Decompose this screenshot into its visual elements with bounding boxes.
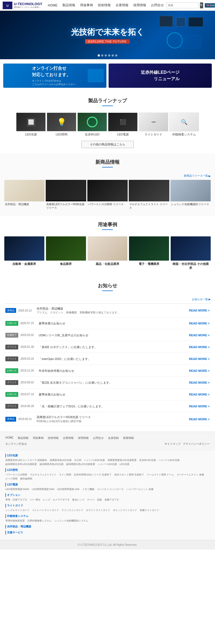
footer-nav-member[interactable]: 会員登録	[108, 436, 119, 440]
footer-link-1-6[interactable]: コーナードムライン 各種	[177, 473, 204, 477]
footer-link-4-0[interactable]: シングルライトガイド	[5, 509, 30, 512]
case-item-resin[interactable]: 樹脂・光化学部品 その他業界	[171, 236, 211, 272]
all-releases-link[interactable]: 新商品リリース一覧 ▶	[184, 174, 211, 178]
search-button[interactable]: 🔍	[200, 2, 203, 8]
footer-nav-products[interactable]: 製品情報	[18, 436, 28, 440]
footer-link-0-0[interactable]: 高輝度赤外LEDコントローラ 発熱検知	[5, 458, 47, 462]
footer-link-1-7[interactable]: ピーク照明	[5, 477, 17, 481]
footer-link-1-0[interactable]: パワーストロボ照明	[5, 473, 27, 477]
footer-link-2-1[interactable]: LED照明用電源 50W	[32, 488, 55, 491]
footer-link-4-2[interactable]: ラインライトガイド	[62, 509, 83, 512]
read-more-3[interactable]: READ MORE >	[189, 345, 210, 349]
read-more-1[interactable]: READ MORE >	[189, 322, 210, 325]
hero-dot-3[interactable]	[105, 54, 107, 57]
product-item-led-source[interactable]: 🔲 LED光源	[16, 113, 46, 138]
footer-link-1-2[interactable]: ライン照明	[59, 473, 71, 477]
footer-link-3-6[interactable]: 各種アダプタ	[105, 498, 119, 502]
hero-dot-6[interactable]	[115, 54, 117, 57]
product-item-led-illum[interactable]: 💡 LED照明	[47, 113, 76, 138]
footer-link-0-3[interactable]: ハイパーLEDK光源	[84, 458, 105, 462]
footer-nav-recruit[interactable]: 採用情報	[78, 436, 89, 440]
hero-dot-4[interactable]	[108, 54, 110, 57]
footer-link-0-9[interactable]: 超高輝度白色LED光源装置	[66, 463, 95, 466]
read-more-8[interactable]: READ MORE >	[189, 405, 210, 408]
nav-products[interactable]: 製品情報	[60, 3, 77, 8]
footer-link-4-3[interactable]: ホワイトライトガイド	[86, 509, 110, 512]
footer-link-4-5[interactable]: 各種ライトガイド	[140, 509, 159, 512]
new-item-2[interactable]: パワーストロボ照明 リリース	[87, 180, 128, 211]
nav-company[interactable]: 企業情報	[113, 3, 131, 8]
product-item-led-ctrl[interactable]: ⬛ LED電源	[108, 113, 138, 138]
product-item-light-guide[interactable]: 〰️ ライトガイド	[139, 113, 168, 138]
read-more-7[interactable]: READ MORE >	[189, 393, 210, 396]
new-item-0[interactable]: 光学部品・周辺機器	[4, 180, 45, 211]
footer-link-3-4[interactable]: テーパ	[87, 498, 94, 502]
footer-link-0-5[interactable]: 近赤外LED光源	[139, 458, 156, 462]
read-more-0[interactable]: READ MORE >	[189, 309, 210, 312]
banner-ir-led[interactable]: 近赤外線LEDページリニューアル	[109, 64, 212, 88]
read-more-6[interactable]: READ MORE >	[189, 381, 210, 384]
footer-link-2-4[interactable]: コンパクトコントローラ	[97, 488, 124, 491]
footer-link-5-0[interactable]: 専用外観検査装置	[5, 519, 25, 523]
footer-online-meeting[interactable]: オンライン打合せ	[5, 442, 27, 446]
footer-link-1-8[interactable]: 紫外線照明	[20, 477, 32, 481]
english-button[interactable]: 🇬🇧 ENGLISH	[205, 3, 215, 8]
footer-link-0-2[interactable]: 大口径	[74, 458, 81, 462]
footer-link-2-5[interactable]: ハイパワーユニット 各種	[126, 488, 154, 491]
footer-link-5-2[interactable]: シュリンク包装機識別システム	[54, 519, 88, 523]
new-item-3[interactable]: マルチエフェクトライト リリース	[129, 180, 169, 211]
case-item-pharma[interactable]: 薬品・化粧品業界	[88, 236, 128, 272]
footer-nav-cases[interactable]: 用途事例	[33, 436, 44, 440]
hero-dot-1[interactable]	[98, 54, 100, 57]
footer-link-2-2[interactable]: LED照明用電源 10W	[57, 488, 80, 491]
hero-dot-2[interactable]	[101, 54, 103, 57]
read-more-5[interactable]: READ MORE >	[189, 369, 210, 372]
footer-link-3-0[interactable]: 専用・汎用アダプタ	[5, 498, 27, 502]
search-input[interactable]	[166, 2, 198, 8]
footer-privacy[interactable]: プライバシーポリシー	[183, 442, 210, 446]
read-more-9[interactable]: READ MORE >	[189, 418, 210, 421]
logo[interactable]: U U-TECHNOLOGY 最先端テクノロジーをお客様へ	[3, 2, 46, 9]
footer-link-0-11[interactable]: LED光源	[120, 463, 129, 466]
case-item-food[interactable]: 食品業界	[46, 236, 86, 272]
case-item-auto[interactable]: 自動車・金属業界	[4, 236, 44, 272]
footer-link-2-0[interactable]: LED照明用電源 500W	[5, 488, 29, 491]
nav-cases[interactable]: 用途事例	[78, 3, 95, 8]
footer-link-4-4[interactable]: ポイントライトガイド	[113, 509, 137, 512]
footer-nav-news[interactable]: 新着情報	[123, 436, 134, 440]
footer-link-4-1[interactable]: ストレートライトガイド	[32, 509, 59, 512]
read-more-4[interactable]: READ MORE >	[189, 357, 210, 360]
footer-link-3-5[interactable]: 拡散	[97, 498, 102, 502]
nav-contact[interactable]: お問合せ	[149, 3, 166, 8]
footer-link-0-1[interactable]: 高輝度赤色LED光源	[50, 458, 71, 462]
nav-home[interactable]: HOME	[46, 4, 60, 7]
more-products-button[interactable]: その他の商品情報はこちら	[81, 141, 134, 148]
footer-link-1-5[interactable]: ドームライト照明 ドーム	[147, 473, 174, 477]
footer-link-3-3[interactable]: 集光レンズ	[72, 498, 84, 502]
all-news-link[interactable]: お知らせ一覧 ▶	[192, 298, 211, 301]
footer-link-0-4[interactable]: 高輝度青紫色LED光源装置	[108, 458, 137, 462]
footer-nav-company[interactable]: 企業情報	[63, 436, 74, 440]
footer-link-0-7[interactable]: 超高輝度近赤外LED光源装置	[5, 463, 37, 466]
footer-link-0-6[interactable]: ハイパーLEDK光源	[159, 458, 180, 462]
footer-link-5-1[interactable]: 汎用外観検査システム	[27, 519, 52, 523]
banner-online-meeting[interactable]: オンライン打合せ対応しております。 オンラインでのお打合せはこちらのフォームから…	[3, 64, 106, 88]
footer-link-0-8[interactable]: 超高輝度赤色LED光源	[40, 463, 64, 466]
footer-link-1-3[interactable]: 近赤外照明UDMシリーズ 生産終了	[74, 473, 112, 477]
hero-dot-5[interactable]	[112, 54, 114, 57]
footer-sitemap[interactable]: サイトマップ	[164, 442, 181, 446]
footer-link-2-3[interactable]: メモリ機能	[82, 488, 94, 491]
nav-tech[interactable]: 技術情報	[96, 3, 113, 8]
footer-link-3-1[interactable]: バー 用台	[30, 498, 40, 502]
footer-nav-tech[interactable]: 技術情報	[48, 436, 59, 440]
product-item-inspection[interactable]: 🔍 外観検査システム	[169, 113, 199, 138]
footer-link-1-4[interactable]: 赤外スポット照明 生産終了	[114, 473, 144, 477]
product-item-ir-led[interactable]: 近赤外LED	[77, 113, 107, 138]
footer-nav-contact[interactable]: お問合せ	[93, 436, 104, 440]
case-item-electronics[interactable]: 電子・電機業界	[129, 236, 169, 272]
nav-recruit[interactable]: 採用情報	[131, 3, 148, 8]
footer-nav-home[interactable]: HOME	[5, 436, 13, 440]
new-item-4[interactable]: シュリンク包装機識別 リリース	[170, 180, 211, 211]
footer-link-0-10[interactable]: ハイパーLED光源	[98, 463, 117, 466]
read-more-2[interactable]: READ MORE >	[189, 334, 210, 337]
